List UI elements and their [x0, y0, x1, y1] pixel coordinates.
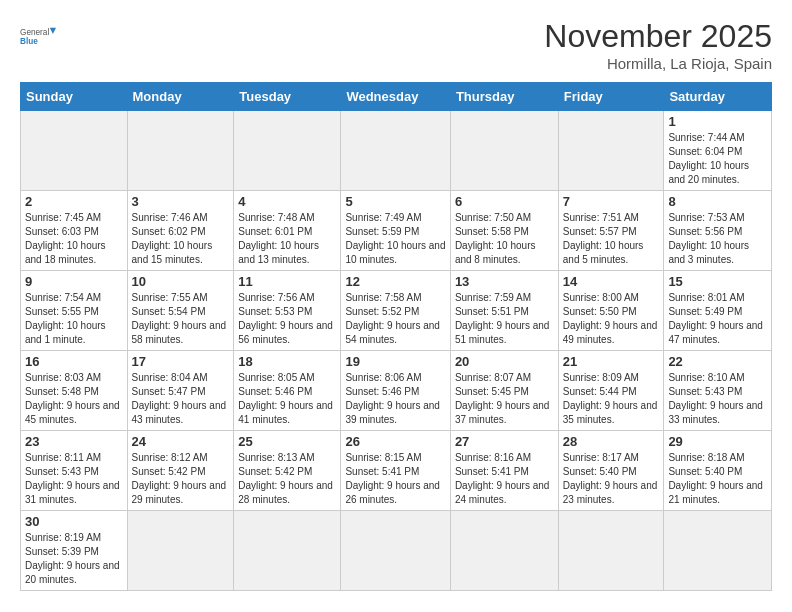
day-cell: 19Sunrise: 8:06 AM Sunset: 5:46 PM Dayli…: [341, 351, 450, 431]
day-info: Sunrise: 8:10 AM Sunset: 5:43 PM Dayligh…: [668, 371, 767, 427]
week-row-1: 1Sunrise: 7:44 AM Sunset: 6:04 PM Daylig…: [21, 111, 772, 191]
weekday-header-thursday: Thursday: [450, 83, 558, 111]
day-number: 14: [563, 274, 660, 289]
day-info: Sunrise: 7:49 AM Sunset: 5:59 PM Dayligh…: [345, 211, 445, 267]
calendar-title: November 2025: [544, 18, 772, 55]
day-number: 16: [25, 354, 123, 369]
day-cell: 16Sunrise: 8:03 AM Sunset: 5:48 PM Dayli…: [21, 351, 128, 431]
day-cell: 14Sunrise: 8:00 AM Sunset: 5:50 PM Dayli…: [558, 271, 664, 351]
day-cell: 28Sunrise: 8:17 AM Sunset: 5:40 PM Dayli…: [558, 431, 664, 511]
day-number: 13: [455, 274, 554, 289]
title-block: November 2025 Hormilla, La Rioja, Spain: [544, 18, 772, 72]
day-info: Sunrise: 8:19 AM Sunset: 5:39 PM Dayligh…: [25, 531, 123, 587]
day-cell: 29Sunrise: 8:18 AM Sunset: 5:40 PM Dayli…: [664, 431, 772, 511]
day-cell: [341, 511, 450, 591]
day-info: Sunrise: 7:56 AM Sunset: 5:53 PM Dayligh…: [238, 291, 336, 347]
day-cell: [127, 111, 234, 191]
day-number: 15: [668, 274, 767, 289]
day-cell: 15Sunrise: 8:01 AM Sunset: 5:49 PM Dayli…: [664, 271, 772, 351]
day-number: 4: [238, 194, 336, 209]
day-number: 7: [563, 194, 660, 209]
svg-text:Blue: Blue: [20, 37, 38, 46]
day-cell: 23Sunrise: 8:11 AM Sunset: 5:43 PM Dayli…: [21, 431, 128, 511]
day-number: 30: [25, 514, 123, 529]
day-cell: 22Sunrise: 8:10 AM Sunset: 5:43 PM Dayli…: [664, 351, 772, 431]
day-info: Sunrise: 7:53 AM Sunset: 5:56 PM Dayligh…: [668, 211, 767, 267]
day-cell: 12Sunrise: 7:58 AM Sunset: 5:52 PM Dayli…: [341, 271, 450, 351]
day-cell: [341, 111, 450, 191]
day-cell: 18Sunrise: 8:05 AM Sunset: 5:46 PM Dayli…: [234, 351, 341, 431]
day-info: Sunrise: 7:58 AM Sunset: 5:52 PM Dayligh…: [345, 291, 445, 347]
day-number: 18: [238, 354, 336, 369]
day-number: 2: [25, 194, 123, 209]
day-info: Sunrise: 7:45 AM Sunset: 6:03 PM Dayligh…: [25, 211, 123, 267]
weekday-header-monday: Monday: [127, 83, 234, 111]
day-cell: 17Sunrise: 8:04 AM Sunset: 5:47 PM Dayli…: [127, 351, 234, 431]
calendar-subtitle: Hormilla, La Rioja, Spain: [544, 55, 772, 72]
day-number: 8: [668, 194, 767, 209]
day-cell: 9Sunrise: 7:54 AM Sunset: 5:55 PM Daylig…: [21, 271, 128, 351]
day-number: 19: [345, 354, 445, 369]
logo: GeneralBlue: [20, 18, 56, 54]
day-cell: 8Sunrise: 7:53 AM Sunset: 5:56 PM Daylig…: [664, 191, 772, 271]
header: GeneralBlue November 2025 Hormilla, La R…: [20, 18, 772, 72]
day-info: Sunrise: 8:17 AM Sunset: 5:40 PM Dayligh…: [563, 451, 660, 507]
day-info: Sunrise: 8:11 AM Sunset: 5:43 PM Dayligh…: [25, 451, 123, 507]
day-number: 1: [668, 114, 767, 129]
week-row-6: 30Sunrise: 8:19 AM Sunset: 5:39 PM Dayli…: [21, 511, 772, 591]
day-cell: 21Sunrise: 8:09 AM Sunset: 5:44 PM Dayli…: [558, 351, 664, 431]
day-number: 21: [563, 354, 660, 369]
day-info: Sunrise: 8:07 AM Sunset: 5:45 PM Dayligh…: [455, 371, 554, 427]
day-cell: 30Sunrise: 8:19 AM Sunset: 5:39 PM Dayli…: [21, 511, 128, 591]
day-info: Sunrise: 7:54 AM Sunset: 5:55 PM Dayligh…: [25, 291, 123, 347]
day-cell: 11Sunrise: 7:56 AM Sunset: 5:53 PM Dayli…: [234, 271, 341, 351]
day-info: Sunrise: 8:06 AM Sunset: 5:46 PM Dayligh…: [345, 371, 445, 427]
day-info: Sunrise: 7:51 AM Sunset: 5:57 PM Dayligh…: [563, 211, 660, 267]
day-number: 17: [132, 354, 230, 369]
day-cell: 1Sunrise: 7:44 AM Sunset: 6:04 PM Daylig…: [664, 111, 772, 191]
day-cell: [234, 511, 341, 591]
day-number: 9: [25, 274, 123, 289]
day-number: 28: [563, 434, 660, 449]
day-number: 26: [345, 434, 445, 449]
day-number: 29: [668, 434, 767, 449]
day-info: Sunrise: 7:59 AM Sunset: 5:51 PM Dayligh…: [455, 291, 554, 347]
day-number: 27: [455, 434, 554, 449]
day-cell: [234, 111, 341, 191]
day-info: Sunrise: 8:16 AM Sunset: 5:41 PM Dayligh…: [455, 451, 554, 507]
day-info: Sunrise: 8:18 AM Sunset: 5:40 PM Dayligh…: [668, 451, 767, 507]
day-cell: 26Sunrise: 8:15 AM Sunset: 5:41 PM Dayli…: [341, 431, 450, 511]
day-info: Sunrise: 7:48 AM Sunset: 6:01 PM Dayligh…: [238, 211, 336, 267]
week-row-3: 9Sunrise: 7:54 AM Sunset: 5:55 PM Daylig…: [21, 271, 772, 351]
day-cell: [558, 511, 664, 591]
day-cell: [127, 511, 234, 591]
day-cell: 5Sunrise: 7:49 AM Sunset: 5:59 PM Daylig…: [341, 191, 450, 271]
day-cell: 3Sunrise: 7:46 AM Sunset: 6:02 PM Daylig…: [127, 191, 234, 271]
weekday-header-row: SundayMondayTuesdayWednesdayThursdayFrid…: [21, 83, 772, 111]
svg-text:General: General: [20, 28, 49, 37]
day-info: Sunrise: 8:01 AM Sunset: 5:49 PM Dayligh…: [668, 291, 767, 347]
weekday-header-saturday: Saturday: [664, 83, 772, 111]
day-cell: [664, 511, 772, 591]
week-row-5: 23Sunrise: 8:11 AM Sunset: 5:43 PM Dayli…: [21, 431, 772, 511]
day-cell: [450, 511, 558, 591]
day-cell: 10Sunrise: 7:55 AM Sunset: 5:54 PM Dayli…: [127, 271, 234, 351]
day-cell: [558, 111, 664, 191]
day-number: 25: [238, 434, 336, 449]
day-info: Sunrise: 8:15 AM Sunset: 5:41 PM Dayligh…: [345, 451, 445, 507]
calendar-table: SundayMondayTuesdayWednesdayThursdayFrid…: [20, 82, 772, 591]
day-info: Sunrise: 7:46 AM Sunset: 6:02 PM Dayligh…: [132, 211, 230, 267]
day-cell: [450, 111, 558, 191]
weekday-header-sunday: Sunday: [21, 83, 128, 111]
day-info: Sunrise: 8:09 AM Sunset: 5:44 PM Dayligh…: [563, 371, 660, 427]
day-number: 5: [345, 194, 445, 209]
day-info: Sunrise: 8:05 AM Sunset: 5:46 PM Dayligh…: [238, 371, 336, 427]
day-info: Sunrise: 7:44 AM Sunset: 6:04 PM Dayligh…: [668, 131, 767, 187]
day-info: Sunrise: 8:12 AM Sunset: 5:42 PM Dayligh…: [132, 451, 230, 507]
day-cell: [21, 111, 128, 191]
weekday-header-tuesday: Tuesday: [234, 83, 341, 111]
day-number: 24: [132, 434, 230, 449]
day-number: 23: [25, 434, 123, 449]
day-number: 11: [238, 274, 336, 289]
day-info: Sunrise: 8:03 AM Sunset: 5:48 PM Dayligh…: [25, 371, 123, 427]
